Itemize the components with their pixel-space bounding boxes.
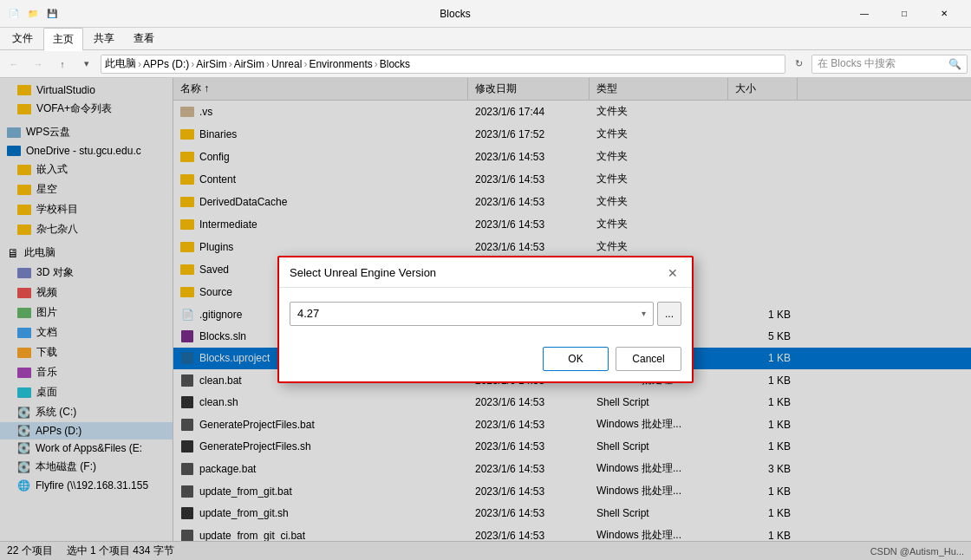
path-blocks: Blocks <box>380 58 410 70</box>
close-button[interactable]: ✕ <box>924 0 964 28</box>
refresh-button[interactable]: ↻ <box>789 55 808 74</box>
search-placeholder: 在 Blocks 中搜索 <box>818 56 896 71</box>
title-bar: 📄 📁 💾 Blocks — □ ✕ <box>0 0 971 28</box>
forward-button[interactable]: → <box>28 54 49 75</box>
modal-dialog: Select Unreal Engine Version ✕ 4.27 ▾ ..… <box>277 256 694 383</box>
minimize-button[interactable]: — <box>844 0 884 28</box>
window-title: Blocks <box>66 8 844 20</box>
address-path[interactable]: 此电脑 › APPs (D:) › AirSim › AirSim › Unre… <box>101 55 785 74</box>
modal-footer: OK Cancel <box>279 340 692 381</box>
version-dropdown[interactable]: 4.27 ▾ <box>290 302 654 326</box>
chevron-down-icon: ▾ <box>642 309 646 318</box>
app-icon-2: 📁 <box>26 7 40 21</box>
path-unreal: Unreal <box>271 58 302 70</box>
back-button[interactable]: ← <box>3 54 24 75</box>
modal-title-bar: Select Unreal Engine Version ✕ <box>279 257 692 288</box>
path-apps: APPs (D:) <box>143 58 189 70</box>
modal-body: 4.27 ▾ ... <box>279 288 692 340</box>
modal-overlay: Select Unreal Engine Version ✕ 4.27 ▾ ..… <box>0 78 971 560</box>
main-wrapper: VirtualStudio VOFA+命令列表 WPS云盘 OneDrive -… <box>0 78 971 560</box>
tab-home[interactable]: 主页 <box>43 28 83 51</box>
title-bar-icons: 📄 📁 💾 <box>7 7 59 21</box>
path-airsim2: AirSim <box>234 58 264 70</box>
modal-close-button[interactable]: ✕ <box>664 264 681 282</box>
tab-file[interactable]: 文件 <box>3 28 42 49</box>
ribbon: 文件 主页 共享 查看 <box>0 28 971 50</box>
tab-share[interactable]: 共享 <box>85 28 123 49</box>
search-icon: 🔍 <box>948 58 961 70</box>
modal-title: Select Unreal Engine Version <box>290 266 436 279</box>
address-bar: ← → ↑ ▾ 此电脑 › APPs (D:) › AirSim › AirSi… <box>0 50 971 78</box>
cancel-button[interactable]: Cancel <box>616 347 681 371</box>
ok-button[interactable]: OK <box>543 347 609 371</box>
path-airsim1: AirSim <box>196 58 226 70</box>
tab-view[interactable]: 查看 <box>125 28 163 49</box>
up-button[interactable]: ↑ <box>52 54 73 75</box>
path-environments: Environments <box>309 58 372 70</box>
title-controls: — □ ✕ <box>844 0 964 28</box>
path-pc: 此电脑 <box>105 56 136 71</box>
app-icon-1: 📄 <box>7 7 21 21</box>
version-value: 4.27 <box>297 307 319 320</box>
search-box[interactable]: 在 Blocks 中搜索 🔍 <box>811 55 968 74</box>
recent-locations-button[interactable]: ▾ <box>76 54 97 75</box>
maximize-button[interactable]: □ <box>884 0 924 28</box>
app-icon-3: 💾 <box>45 7 59 21</box>
browse-button[interactable]: ... <box>657 302 681 326</box>
modal-select-row: 4.27 ▾ ... <box>290 302 681 326</box>
